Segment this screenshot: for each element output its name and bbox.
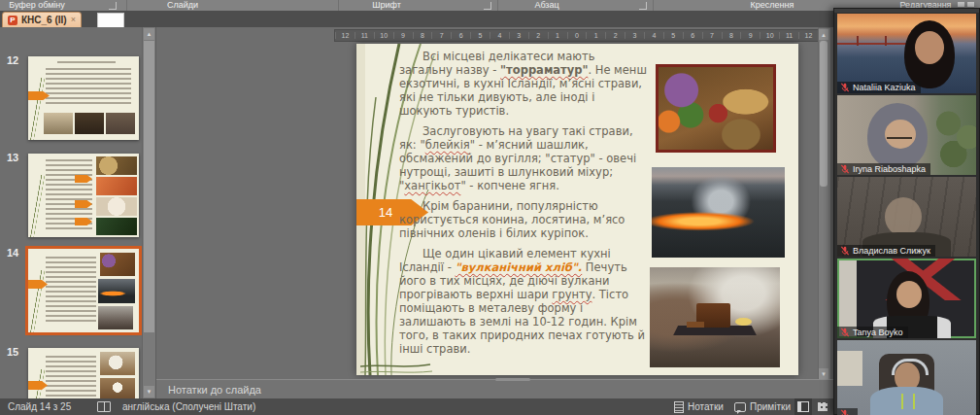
scroll-down-icon[interactable]: ▼ xyxy=(819,368,828,379)
ruler-tick: 3 xyxy=(509,32,528,39)
ruler-tick: 12 xyxy=(335,32,355,39)
view-slide-sorter-button[interactable] xyxy=(814,398,831,415)
slide-paragraph: Всі місцеві делікатеси мають загальну на… xyxy=(399,50,650,118)
participant-video-3[interactable]: Владислав Слижук xyxy=(837,177,976,257)
slide-paragraph: Заслуговують на увагу такі страви, як: "… xyxy=(399,124,650,192)
slide-body-text[interactable]: Всі місцеві делікатеси мають загальну на… xyxy=(399,50,650,363)
ruler-tick: 7 xyxy=(431,32,451,39)
ruler-tick: 5 xyxy=(663,32,683,39)
notes-resize-grip[interactable] xyxy=(495,378,530,381)
file-tab[interactable]: P КНС_6 (II) × xyxy=(2,12,82,28)
thumb-image xyxy=(44,113,73,134)
thumb-image xyxy=(100,352,135,375)
ribbon-group-drawing[interactable]: Креслення xyxy=(751,0,794,10)
slide-thumbnail-14-selected[interactable] xyxy=(28,249,139,332)
thumb-image xyxy=(96,218,137,235)
thumb-image xyxy=(100,378,135,398)
ribbon-group-paragraph[interactable]: Абзац xyxy=(534,0,558,10)
main-vertical-scrollbar[interactable]: ▲ ▼ xyxy=(818,27,831,381)
thumb-image xyxy=(98,279,135,303)
thumbnail-scrollbar[interactable]: ▲ ▼ xyxy=(142,27,155,398)
participant-name-label: Nataliia Kaziuka xyxy=(837,82,921,93)
notes-panel[interactable]: Нотатки до слайда xyxy=(156,379,833,398)
spellcheck-icon[interactable] xyxy=(97,398,111,415)
ruler-tick: 4 xyxy=(490,32,509,39)
thumb-arrow-marker xyxy=(28,381,48,390)
ruler-tick: 7 xyxy=(702,32,722,39)
scroll-up-icon[interactable]: ▲ xyxy=(819,29,828,40)
ruler-tick: 9 xyxy=(740,32,760,39)
notes-placeholder: Нотатки до слайда xyxy=(168,384,261,396)
scroll-down-icon[interactable]: ▼ xyxy=(144,386,154,398)
thumb-image xyxy=(96,177,137,195)
slide-thumbnail-12[interactable] xyxy=(28,56,139,140)
mic-muted-icon xyxy=(840,164,850,174)
notes-icon xyxy=(674,401,684,413)
mic-muted-icon xyxy=(840,328,850,337)
dialog-launcher-icon[interactable] xyxy=(109,2,117,10)
participant-name-label xyxy=(837,408,858,415)
scroll-up-icon[interactable]: ▲ xyxy=(144,28,154,40)
ruler-tick: 9 xyxy=(393,32,413,39)
thumb-image xyxy=(96,197,137,216)
ruler-tick: 0 xyxy=(567,32,587,39)
ribbon-group-font[interactable]: Шрифт xyxy=(372,0,401,10)
thumb-image xyxy=(100,253,135,276)
scrollbar-thumb[interactable] xyxy=(144,41,154,332)
icelandic-delicacies-platter-image[interactable] xyxy=(656,64,776,153)
slide-sorter-icon xyxy=(818,402,828,411)
tab-close-icon[interactable]: × xyxy=(71,16,76,24)
ruler-tick: 5 xyxy=(470,32,490,39)
comments-toggle-button[interactable]: Примітки xyxy=(734,398,791,415)
participant-video-5[interactable] xyxy=(837,340,976,415)
video-panel-header[interactable] xyxy=(834,9,979,13)
window-control-icon[interactable] xyxy=(967,2,974,7)
slide-editing-area: 1211109876543210123456789101112 14 Всі м… xyxy=(156,27,833,379)
slide-counter: Слайд 14 з 25 xyxy=(8,398,71,415)
volcanic-bread-image[interactable] xyxy=(650,267,780,367)
slide-thumbnail-13[interactable] xyxy=(28,154,139,237)
ribbon-group-clipboard[interactable]: Буфер обміну xyxy=(9,0,65,10)
slide-thumbnail-15[interactable] xyxy=(28,348,139,398)
thumb-arrow-marker xyxy=(28,280,48,289)
new-tab-button[interactable] xyxy=(97,13,124,28)
slide-canvas[interactable]: 14 Всі місцеві делікатеси мають загальну… xyxy=(356,44,798,375)
ruler-tick: 8 xyxy=(413,32,432,39)
ruler-tick: 10 xyxy=(374,32,393,39)
volcano-lava-eruption-image[interactable] xyxy=(652,167,785,258)
thumbnail-number: 13 xyxy=(7,152,18,163)
ruler-tick: 10 xyxy=(760,32,779,39)
participant-name-label: Iryna Riaboshapka xyxy=(837,163,930,175)
mic-muted-icon xyxy=(840,83,850,92)
language-indicator[interactable]: англійська (Сполучені Штати) xyxy=(122,398,255,415)
mic-muted-icon xyxy=(840,409,850,415)
ribbon-group-slides[interactable]: Слайди xyxy=(167,0,198,10)
dialog-launcher-icon[interactable] xyxy=(639,2,647,10)
thumbnail-number: 12 xyxy=(7,54,18,66)
slide-paragraph: Крім баранини, популярністю користується… xyxy=(399,199,650,240)
ruler-tick: 6 xyxy=(451,32,470,39)
ruler-tick: 3 xyxy=(625,32,644,39)
window-control-icon[interactable] xyxy=(958,2,964,7)
file-tab-label: КНС_6 (II) xyxy=(21,15,67,25)
ruler-tick: 11 xyxy=(779,32,798,39)
ruler-tick: 12 xyxy=(798,32,818,39)
ruler-tick: 2 xyxy=(528,32,548,39)
slide-thumbnail-panel: 12 13 14 xyxy=(0,27,156,398)
ruler-tick: 6 xyxy=(683,32,702,39)
scrollbar-thumb[interactable] xyxy=(820,41,828,187)
participant-video-1[interactable]: Nataliia Kaziuka xyxy=(837,14,976,93)
notes-toggle-button[interactable]: Нотатки xyxy=(674,398,724,415)
horizontal-ruler[interactable]: 1211109876543210123456789101112 xyxy=(334,29,819,42)
ruler-tick: 4 xyxy=(644,32,663,39)
comments-icon xyxy=(734,402,746,412)
video-call-panel: Nataliia Kaziuka Iryna Riaboshapka Влади… xyxy=(833,8,980,415)
participant-video-4-active-speaker[interactable]: Tanya Boyko xyxy=(837,259,976,338)
dialog-launcher-icon[interactable] xyxy=(484,2,491,10)
slide-paragraph: Ще один цікавий елемент кухні Ісландії -… xyxy=(399,247,650,356)
thumbnail-number: 15 xyxy=(7,346,18,358)
thumb-image xyxy=(98,306,133,329)
powerpoint-icon: P xyxy=(8,16,17,25)
view-normal-button[interactable] xyxy=(794,398,812,415)
participant-video-2[interactable]: Iryna Riaboshapka xyxy=(837,95,976,175)
